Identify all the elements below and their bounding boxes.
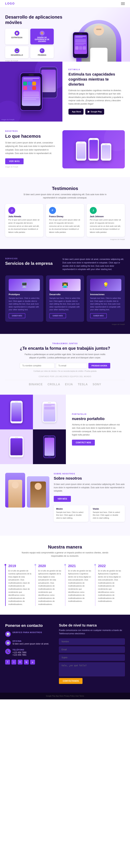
brand-crolla: CROLLA: [47, 383, 60, 386]
manera-year-text-2020: En el año de gestión de las aplicaciones…: [38, 569, 63, 606]
estimula-text: Estimula tus capacidades cognitivas mien…: [68, 89, 124, 105]
social-row: f t in ig p: [5, 660, 54, 664]
hamburger-menu[interactable]: [121, 2, 125, 5]
contact-name-input[interactable]: [59, 639, 125, 645]
contacto-icon-oficina: 🏢: [5, 640, 11, 646]
servicio-card-desarrollo: 👨‍💻 Desarrollo Sample text here. Click t…: [46, 275, 84, 322]
manera-year-num-2021: 2021: [68, 564, 92, 568]
manera-year-2021: 2021 En el año de gestión de las Aplicac…: [65, 564, 95, 606]
port-cell-3: [0, 429, 33, 464]
testimonial-text-1: Por el que sed Lorem ipsum dolor sit ame…: [8, 218, 40, 234]
contacto-value-telefono: +123 456 7890 +123 456 7891: [12, 651, 26, 656]
footer: Google Play App Store Privacy Policy Use…: [0, 693, 130, 700]
social-twitter[interactable]: t: [11, 660, 16, 664]
contacto-left: Ponerse en contacto 📊 GRÁFICO PARA NOSOT…: [5, 623, 54, 684]
servicios-section: SERVICIOS Servicios de la empresa Si bie…: [0, 249, 130, 334]
testimonial-name-1: Julia Almeda: [8, 215, 40, 218]
manera-year-2020: 2020 En el año de gestión de las aplicac…: [35, 564, 65, 606]
servicios-grid: 🖥️ Prototipos Sample text here. Click to…: [5, 275, 125, 322]
estimula-tag: ESTIMULA: [68, 69, 124, 70]
sobre-card-mision: Misión Sample text here. Click to select…: [54, 505, 88, 522]
hero-card-pruebas[interactable]: 🔍 PRUEBAS: [30, 46, 54, 58]
servicio-image-prototipos: 🖥️: [9, 279, 40, 291]
encanta-text: Facilius a pellentesque un amet porttito…: [22, 353, 108, 360]
social-linkedin[interactable]: in: [18, 660, 23, 664]
manera-year-text-2021: En el año de gestión de las Aplicaciones…: [68, 569, 92, 603]
hero-card-desarrollo[interactable]: 💻 DESARROLLO: [5, 46, 29, 58]
testimonios-section: Testimonios Si bien sed Lorem ipsum dolo…: [0, 177, 130, 249]
manera-dot-2020: [34, 564, 36, 566]
sobre-btn[interactable]: VER MÁS: [54, 496, 71, 502]
manera-subtitle: Nuestro equipo está comprometido a gener…: [22, 551, 108, 558]
contacto-icon-telefono: 📞: [5, 649, 11, 654]
servicio-btn-prototipos[interactable]: SABER MÁS: [9, 313, 25, 318]
portafolio-tag: PORTAFOLIO: [72, 413, 124, 415]
lo-que-image-container: [62, 130, 125, 168]
contact-email-input[interactable]: [59, 646, 125, 653]
google-play-label: Google Play: [91, 111, 102, 113]
hero-card-diseno[interactable]: 🎨 DISEÑO DE EXPERIENCIA DE USUARIO: [30, 29, 54, 44]
sobre-img1: [5, 473, 25, 507]
portafolio-btn[interactable]: CONTÁCT NOS: [72, 440, 95, 445]
encanta-btn[interactable]: PROBAR AHORA: [88, 363, 110, 368]
contact-subject-input[interactable]: [59, 654, 125, 661]
portafolio-text: Alchemy el de sa nuestro determinatum al…: [72, 423, 124, 436]
encanta-section: TRABAJEMOS JUNTOS ¿Te encanta la forma e…: [0, 334, 130, 395]
lo-que-section: NOSOTROS Lo que hacemos Si bien sed Lore…: [0, 122, 130, 177]
contact-message-input[interactable]: [59, 662, 125, 676]
estimula-right: ESTIMULA Estimula tus capacidades cognit…: [62, 62, 130, 122]
estrategia-label: ESTRATEGIA: [11, 37, 23, 38]
brand-tesla: TESLA: [78, 383, 88, 386]
manera-dot-2019: [4, 564, 6, 566]
estimula-section: Imagen de Freepik ESTIMULA Estimula tus …: [0, 62, 130, 122]
contact-submit-btn[interactable]: CONTÁCTANOS: [59, 678, 83, 684]
lo-que-btn[interactable]: VER MÁS: [5, 158, 24, 164]
servicio-btn-desarrollo[interactable]: SABER MÁS: [50, 313, 66, 318]
hero-card-estrategia[interactable]: 📋 ESTRATEGIA: [5, 29, 29, 44]
manera-timeline: 2019 En el año de gestión de nuestras ap…: [5, 564, 125, 606]
app-store-btn[interactable]: App Store: [68, 109, 84, 115]
encanta-trusted-label: confiado por los mejores equipos del mun…: [5, 376, 125, 377]
testimonios-grid: J Julia Almeda Por el que sed Lorem ipsu…: [5, 204, 125, 237]
phone-display-2: [88, 138, 99, 161]
contacto-section: Ponerse en contacto 📊 GRÁFICO PARA NOSOT…: [0, 615, 130, 693]
manera-year-num-2020: 2020: [38, 564, 63, 568]
sobre-top: SOBRE NOSOTROS Sobre nosotros Si bien se…: [5, 473, 125, 522]
social-facebook[interactable]: f: [5, 660, 10, 664]
play-icon: ▶: [88, 110, 90, 113]
hero-phone-mockup: [73, 32, 88, 58]
contact-form: CONTÁCTANOS: [59, 639, 125, 684]
social-pinterest[interactable]: p: [30, 660, 35, 664]
hero-left: Desarrollo de aplicaciones móviles 📋 EST…: [5, 14, 69, 62]
manera-year-2022: 2022 En el año de gestión de las Aplicac…: [95, 564, 125, 606]
diseno-label: DISEÑO DE EXPERIENCIA DE USUARIO: [35, 37, 49, 42]
avatar-3: J: [90, 207, 97, 214]
pruebas-icon: 🔍: [40, 48, 44, 53]
estimula-title: Estimula tus capacidades cognitivas mien…: [68, 72, 124, 87]
contacto-right-title: Sube de nivel tu marca: [59, 623, 125, 627]
logo[interactable]: logo: [5, 2, 15, 5]
encanta-email-input[interactable]: [56, 363, 87, 368]
servicio-text-innovaciones: Sample text here. Click to select this t…: [90, 297, 121, 311]
portafolio-left: [0, 395, 66, 464]
testimonios-title: Testimonios: [5, 186, 125, 191]
social-instagram[interactable]: ig: [24, 660, 29, 664]
sobre-text: Si bien sed Lorem ipsum dolor sit amet, …: [54, 483, 125, 493]
hero-cards-grid: 📋 ESTRATEGIA 🎨 DISEÑO DE EXPERIENCIA DE …: [5, 29, 54, 58]
hero-right: [73, 14, 125, 62]
lo-que-tag: NOSOTROS: [5, 130, 57, 132]
encanta-title: ¿Te encanta la forma en que trabajáis ju…: [5, 346, 125, 351]
servicios-credit: Imagen de Freepik: [5, 323, 125, 325]
avatar-2: F: [49, 207, 56, 214]
pruebas-label: PRUEBAS: [38, 54, 46, 56]
encanta-tag: TRABAJEMOS JUNTOS: [5, 343, 125, 344]
google-play-btn[interactable]: ▶ Google Play: [85, 109, 104, 115]
servicio-card-prototipos: 🖥️ Prototipos Sample text here. Click to…: [5, 275, 43, 322]
header: logo: [0, 0, 130, 7]
servicios-header-left: SERVICIOS Servicios de la empresa: [5, 258, 57, 268]
manera-year-2019: 2019 En el año de gestión de nuestras ap…: [5, 564, 35, 606]
testimonios-subtitle: Si bien sed Lorem ipsum dolor sit amet, …: [22, 193, 108, 199]
servicio-btn-innovaciones[interactable]: SABER MÁS: [90, 313, 107, 318]
encanta-name-input[interactable]: [20, 363, 55, 368]
contacto-item-telefono: 📞 TELÉFONO +123 456 7890 +123 456 7891: [5, 649, 54, 656]
